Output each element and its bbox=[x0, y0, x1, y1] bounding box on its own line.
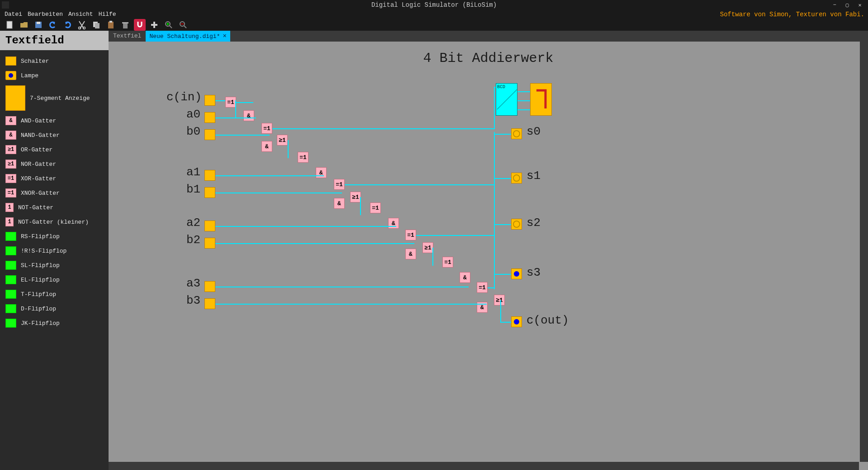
xor-gate[interactable]: =1 bbox=[405, 230, 416, 240]
xor-gate[interactable]: =1 bbox=[477, 282, 488, 293]
svg-rect-8 bbox=[109, 21, 112, 23]
palette-item-label: !R!S-Flipflop bbox=[21, 248, 66, 254]
xor-gate[interactable]: =1 bbox=[442, 257, 453, 268]
xor-gate[interactable]: =1 bbox=[298, 152, 308, 163]
palette-item-xnor-gatter[interactable]: =1XNOR-Gatter bbox=[2, 186, 107, 200]
zoom-out-button[interactable] bbox=[177, 19, 189, 31]
switch-input[interactable] bbox=[204, 298, 215, 309]
switch-input[interactable] bbox=[204, 112, 215, 123]
maximize-button[interactable]: ▢ bbox=[843, 1, 852, 9]
palette-item-label: SL-Flipflop bbox=[21, 262, 60, 269]
palette-item-jk-flipflop[interactable]: JK-Flipflop bbox=[2, 316, 107, 330]
palette-item-nand-gatter[interactable]: &NAND-Gatter bbox=[2, 128, 107, 142]
palette-item-rs-flipflop[interactable]: RS-Flipflop bbox=[2, 229, 107, 244]
and-gate[interactable]: & bbox=[405, 249, 416, 259]
wire bbox=[215, 193, 342, 193]
cut-button[interactable] bbox=[76, 19, 88, 31]
palette-item-or-gatter[interactable]: ≥1OR-Gatter bbox=[2, 142, 107, 157]
flipflop-icon bbox=[5, 261, 16, 270]
xor-gate[interactable]: =1 bbox=[370, 202, 381, 213]
lamp-icon bbox=[5, 71, 16, 80]
wire bbox=[494, 235, 495, 289]
xor-gate[interactable]: =1 bbox=[261, 123, 272, 134]
wire bbox=[215, 100, 225, 101]
redo-button[interactable] bbox=[62, 19, 73, 31]
palette-item-el-flipflop[interactable]: EL-Flipflop bbox=[2, 273, 107, 287]
palette-item-label: NAND-Gatter bbox=[21, 132, 60, 139]
snap-button[interactable] bbox=[134, 19, 146, 31]
close-tab-icon[interactable]: × bbox=[223, 33, 226, 40]
palette-item-7-segment-anzeige[interactable]: 7-Segment Anzeige bbox=[2, 83, 107, 113]
close-button[interactable]: ✕ bbox=[855, 1, 864, 9]
switch-input[interactable] bbox=[204, 95, 215, 106]
and-gate[interactable]: & bbox=[261, 141, 272, 152]
bcd-converter[interactable]: BCD bbox=[496, 83, 517, 116]
vertical-scrollbar[interactable] bbox=[860, 31, 868, 462]
file-tab[interactable]: Neue Schaltung.digi* × bbox=[146, 31, 230, 42]
save-file-button[interactable] bbox=[33, 19, 44, 31]
menu-help[interactable]: Hilfe bbox=[96, 10, 119, 19]
xor-gate[interactable]: =1 bbox=[334, 179, 345, 190]
not-gate-icon: 1 bbox=[5, 217, 14, 226]
zoom-in-button[interactable] bbox=[163, 19, 175, 31]
switch-input[interactable] bbox=[204, 129, 215, 140]
delete-button[interactable] bbox=[119, 19, 131, 31]
xor-gate[interactable]: =1 bbox=[225, 97, 236, 108]
palette-item-not-gatter[interactable]: 1NOT-Gatter bbox=[2, 200, 107, 215]
switch-input[interactable] bbox=[204, 238, 215, 249]
lamp-output[interactable] bbox=[511, 316, 522, 327]
palette-item-d-flipflop[interactable]: D-Flipflop bbox=[2, 301, 107, 316]
component-palette: SchalterLampe7-Segment Anzeige&AND-Gatte… bbox=[0, 50, 109, 470]
or-gate[interactable]: ≥1 bbox=[422, 242, 433, 253]
open-file-button[interactable] bbox=[18, 19, 30, 31]
wire bbox=[215, 226, 396, 227]
menu-view[interactable]: Ansicht bbox=[66, 10, 96, 19]
and-gate[interactable]: & bbox=[243, 110, 254, 121]
paste-button[interactable] bbox=[105, 19, 117, 31]
or-gate[interactable]: ≥1 bbox=[350, 192, 361, 202]
add-button[interactable] bbox=[148, 19, 160, 31]
wire bbox=[215, 118, 256, 118]
palette-item-nor-gatter[interactable]: ≥1NOR-Gatter bbox=[2, 157, 107, 171]
palette-item-schalter[interactable]: Schalter bbox=[2, 54, 107, 68]
and-gate[interactable]: & bbox=[316, 167, 327, 178]
and-gate[interactable]: & bbox=[388, 218, 399, 229]
or-gate[interactable]: ≥1 bbox=[494, 295, 505, 306]
switch-input[interactable] bbox=[204, 187, 215, 198]
minimize-button[interactable]: − bbox=[830, 1, 839, 9]
new-file-button[interactable] bbox=[4, 19, 15, 31]
window-title: Digital Logic Simulator (BiLoSim) bbox=[371, 1, 497, 9]
lamp-output[interactable] bbox=[511, 219, 522, 230]
horizontal-scrollbar[interactable] bbox=[109, 462, 859, 470]
wire bbox=[215, 243, 414, 244]
and-gate[interactable]: & bbox=[334, 198, 345, 209]
switch-input[interactable] bbox=[204, 221, 215, 231]
switch-input[interactable] bbox=[204, 170, 215, 181]
flipflop-icon bbox=[5, 246, 16, 255]
signal-label: b3 bbox=[186, 294, 200, 307]
palette-item-t-flipflop[interactable]: T-Flipflop bbox=[2, 287, 107, 301]
palette-item-not-gatter-kleiner-[interactable]: 1NOT-Gatter (kleiner) bbox=[2, 215, 107, 229]
signal-label: b2 bbox=[186, 233, 200, 247]
palette-item-xor-gatter[interactable]: =1XOR-Gatter bbox=[2, 171, 107, 186]
wire bbox=[345, 184, 494, 185]
or-gate[interactable]: ≥1 bbox=[277, 135, 288, 146]
wire bbox=[432, 248, 433, 266]
menu-edit[interactable]: Bearbeiten bbox=[25, 10, 66, 19]
lamp-output[interactable] bbox=[511, 128, 522, 139]
palette-item--r-s-flipflop[interactable]: !R!S-Flipflop bbox=[2, 244, 107, 258]
palette-item-and-gatter[interactable]: &AND-Gatter bbox=[2, 113, 107, 128]
lamp-output[interactable] bbox=[511, 268, 522, 279]
palette-item-lampe[interactable]: Lampe bbox=[2, 68, 107, 83]
menu-file[interactable]: Datei bbox=[2, 10, 25, 19]
circuit-canvas[interactable]: 4 Bit Addierwerk c(in)a0b0a1b1a2b2a3b3s0… bbox=[109, 42, 868, 470]
undo-button[interactable] bbox=[47, 19, 59, 31]
and-gate[interactable]: & bbox=[460, 272, 470, 283]
copy-button[interactable] bbox=[90, 19, 102, 31]
seven-segment-display[interactable] bbox=[530, 83, 552, 116]
lamp-output[interactable] bbox=[511, 173, 522, 183]
palette-item-sl-flipflop[interactable]: SL-Flipflop bbox=[2, 258, 107, 273]
signal-label: a2 bbox=[186, 216, 200, 230]
switch-input[interactable] bbox=[204, 281, 215, 292]
wire bbox=[517, 109, 530, 110]
